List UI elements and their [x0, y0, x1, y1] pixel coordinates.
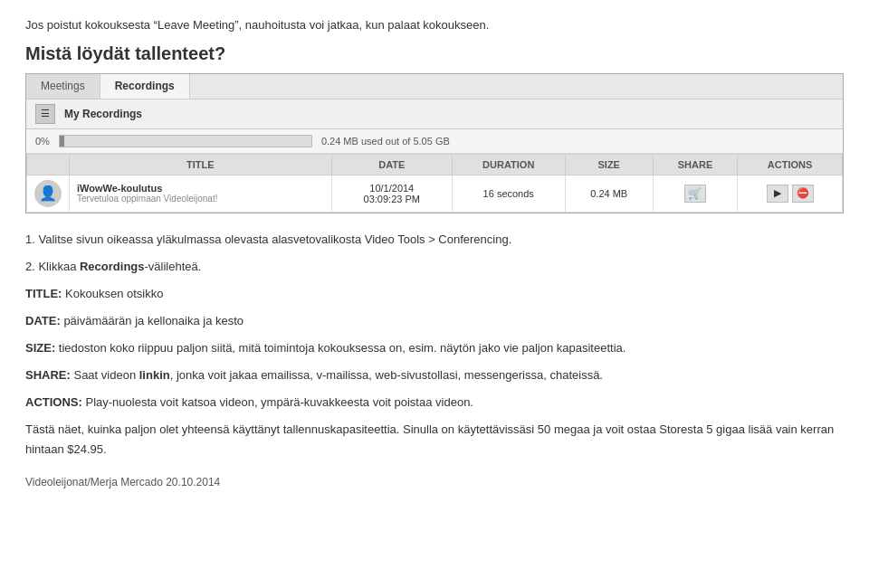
body-date-label: DATE: — [25, 314, 61, 327]
body-p2: 2. Klikkaa Recordings-välilehteä. — [25, 257, 844, 277]
body-actions-text: Play-nuolesta voit katsoa videon, ympärä… — [82, 395, 473, 409]
table-row: 👤 iWowWe-koulutus Tervetuloa oppimaan Vi… — [27, 175, 843, 212]
tab-recordings[interactable]: Recordings — [100, 74, 190, 99]
body-p2-suffix: -välilehteä. — [145, 260, 202, 273]
storage-percent: 0% — [35, 136, 50, 147]
tab-meetings[interactable]: Meetings — [26, 74, 100, 99]
grid-icon: ☰ — [35, 104, 55, 124]
body-date-line: DATE: päivämäärän ja kellonaika ja kesto — [25, 311, 844, 331]
body-actions-line: ACTIONS: Play-nuolesta voit katsoa video… — [25, 393, 844, 413]
body-date-text: päivämäärän ja kellonaika ja kesto — [61, 314, 244, 327]
body-p3: Tästä näet, kuinka paljon olet yhteensä … — [25, 420, 844, 460]
tab-bar: Meetings Recordings — [26, 74, 843, 100]
play-button[interactable]: ▶ — [767, 185, 788, 203]
row-share-cell: 🛒 — [653, 175, 737, 212]
row-time: 03:09:23 PM — [339, 194, 444, 204]
body-share-text: Saat videon — [71, 368, 139, 382]
storage-area: 0% 0.24 MB used out of 5.05 GB — [26, 129, 843, 154]
recordings-table: TITLE DATE DURATION SIZE SHARE ACTIONS 👤 — [26, 154, 843, 213]
col-size: SIZE — [565, 154, 653, 175]
row-actions-cell: ▶ ⛔ — [738, 175, 843, 212]
storage-used-text: 0.24 MB used out of 5.05 GB — [321, 136, 450, 147]
col-avatar — [27, 154, 70, 175]
col-duration: DURATION — [452, 154, 565, 175]
row-size-cell: 0.24 MB — [565, 175, 653, 212]
body-size-text: tiedoston koko riippuu paljon siitä, mit… — [55, 341, 625, 355]
body-share-text2: , jonka voit jakaa emailissa, v-mailissa… — [170, 368, 603, 382]
body-share-label: SHARE: — [25, 368, 71, 382]
share-icons: 🛒 — [661, 185, 730, 203]
ui-panel: Meetings Recordings ☰ My Recordings 0% 0… — [25, 73, 844, 213]
recordings-toolbar: ☰ My Recordings — [26, 100, 843, 129]
row-date-cell: 10/1/2014 03:09:23 PM — [331, 175, 452, 212]
delete-button[interactable]: ⛔ — [792, 185, 814, 203]
body-size-line: SIZE: tiedoston koko riippuu paljon siit… — [25, 338, 844, 358]
action-icons: ▶ ⛔ — [745, 185, 835, 203]
storage-progress-bar — [59, 135, 312, 147]
intro-line1: Jos poistut kokouksesta “Leave Meeting”,… — [25, 16, 844, 34]
body-title-text: Kokouksen otsikko — [62, 287, 163, 300]
col-title: TITLE — [70, 154, 332, 175]
footer-text: Videoleijonat/Merja Mercado 20.10.2014 — [25, 476, 844, 488]
body-title-line: TITLE: Kokouksen otsikko — [25, 284, 844, 304]
body-size-label: SIZE: — [25, 341, 55, 355]
row-duration-cell: 16 seconds — [452, 175, 565, 212]
body-p2-bold: Recordings — [80, 260, 145, 273]
row-avatar-cell: 👤 — [27, 175, 70, 212]
recording-title: iWowWe-koulutus — [77, 183, 324, 194]
body-share-bold: linkin — [139, 368, 170, 382]
body-actions-label: ACTIONS: — [25, 395, 82, 409]
ui-screenshot-wrapper: ▼ ▼ ▶ Meetings Recordings ☰ My Recording… — [25, 73, 844, 213]
body-title-label: TITLE: — [25, 287, 62, 300]
recording-subtitle: Tervetuloa oppimaan Videoleijonat! — [77, 194, 324, 204]
body-p2-text: 2. Klikkaa — [25, 260, 80, 273]
col-actions: ACTIONS — [738, 154, 843, 175]
section-title: Mistä löydät tallenteet? — [25, 43, 844, 64]
share-cart-btn[interactable]: 🛒 — [684, 185, 706, 203]
row-title-cell: iWowWe-koulutus Tervetuloa oppimaan Vide… — [70, 175, 332, 212]
row-date: 10/1/2014 — [339, 183, 444, 194]
body-p1: 1. Valitse sivun oikeassa yläkulmassa ol… — [25, 230, 844, 250]
col-share: SHARE — [653, 154, 737, 175]
my-recordings-label: My Recordings — [64, 108, 142, 120]
storage-progress-fill — [60, 136, 65, 147]
col-date: DATE — [331, 154, 452, 175]
body-share-line: SHARE: Saat videon linkin, jonka voit ja… — [25, 365, 844, 385]
avatar-icon: 👤 — [34, 180, 62, 207]
